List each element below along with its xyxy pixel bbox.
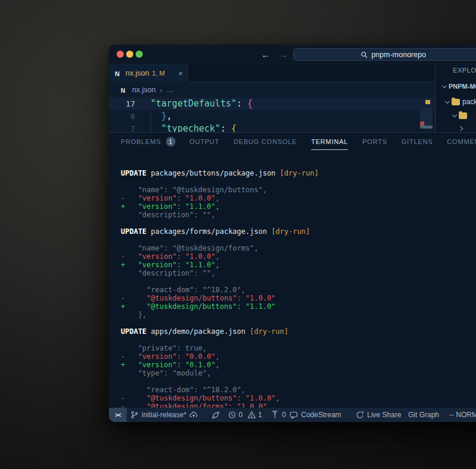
breadcrumb-file[interactable]: nx.json [132, 86, 156, 94]
explorer-item-row[interactable] [459, 127, 462, 130]
command-center-search[interactable]: pnpm-monorepo [293, 48, 476, 61]
error-count: 0 [239, 411, 243, 419]
bottom-panel: PROBLEMS1OUTPUTDEBUG CONSOLETERMINALPORT… [109, 132, 476, 408]
breadcrumb: N nx.json › … [109, 82, 435, 98]
tab-modified-badge: 1, M [152, 70, 165, 77]
terminal-line [121, 236, 476, 244]
folder-label: packages [462, 98, 476, 106]
panel-tab-label: TERMINAL [311, 133, 348, 150]
editor-tab-strip: N nx.json 1, M × [109, 64, 435, 82]
codestream-item[interactable]: CodeStream [289, 408, 341, 422]
folder-icon [459, 112, 467, 119]
search-icon [361, 51, 368, 58]
code-lines[interactable]: 17"targetDefaults": {8 },7 "typecheck": … [109, 98, 435, 132]
horizontal-scrollbar[interactable] [420, 126, 433, 129]
nx-file-icon: N [120, 86, 128, 94]
nx-file-icon: N [114, 69, 123, 77]
navigate-forward-button[interactable]: → [279, 45, 288, 64]
statusbar: >< initial-release* 0 1 0 CodeStre [109, 408, 476, 422]
svg-text:N: N [121, 87, 125, 93]
line-number: 7 [109, 123, 143, 132]
error-icon [228, 411, 236, 419]
remote-icon: >< [115, 412, 121, 418]
git-compare-icon [211, 411, 220, 420]
minimap[interactable] [420, 98, 433, 132]
git-graph-item[interactable]: Git Graph [408, 408, 439, 422]
panel-tab-terminal[interactable]: TERMINAL [311, 133, 348, 150]
broadcast-count: 0 [282, 411, 286, 419]
code-text: "targetDefaults": { [143, 98, 253, 110]
panel-tab-ports[interactable]: PORTS [362, 133, 387, 150]
navigate-back-button[interactable]: ← [261, 45, 270, 64]
terminal-line [121, 377, 476, 386]
explorer-folder-row[interactable]: packages [446, 98, 476, 106]
indent-guide [151, 110, 151, 132]
minimize-window-button[interactable] [126, 51, 133, 58]
chevron-right-icon [458, 126, 463, 131]
tab-label: nx.json [126, 69, 149, 77]
terminal-line: - "version": "0.0.0", [121, 352, 476, 361]
terminal-line: "react-dom": "^18.2.0", [121, 386, 476, 394]
terminal-line: "type": "module", [121, 369, 476, 377]
code-line[interactable]: 17"targetDefaults": { [109, 98, 435, 110]
broadcast-tower-icon [271, 411, 279, 419]
panel-tab-label: OUTPUT [190, 133, 220, 150]
code-line[interactable]: 7 "typecheck": { [109, 123, 435, 132]
panel-tab-debug-console[interactable]: DEBUG CONSOLE [234, 133, 297, 150]
remote-indicator[interactable]: >< [109, 408, 127, 422]
panel-tab-gitlens[interactable]: GITLENS [402, 133, 433, 150]
terminal-line: "react-dom": "^18.2.0", [121, 286, 476, 294]
code-text: "typecheck": { [143, 123, 237, 132]
vim-mode-label: -- NORMAL -- [449, 411, 476, 419]
panel-tab-output[interactable]: OUTPUT [190, 133, 220, 150]
live-share-icon [356, 411, 364, 419]
warning-icon [248, 411, 256, 419]
terminal-line: + "@tuskdesign/buttons": "1.1.0" [121, 302, 476, 311]
terminal-line: "name": "@tuskdesign/forms", [121, 244, 476, 252]
panel-tab-comments[interactable]: COMMENTS [447, 133, 476, 150]
terminal-line: "description": "", [121, 211, 476, 219]
explorer-folder-row[interactable] [453, 112, 469, 119]
git-branch-icon [130, 411, 139, 419]
terminal-line: - "@tuskdesign/buttons": "1.0.0" [121, 294, 476, 302]
panel-tab-label: PORTS [362, 133, 387, 150]
tab-close-icon[interactable]: × [178, 70, 183, 77]
terminal-output[interactable]: UPDATE packages/buttons/package.json [dr… [109, 151, 476, 408]
problems-summary-item[interactable]: 0 1 [228, 408, 262, 422]
codestream-icon [289, 411, 298, 419]
breadcrumb-more[interactable]: … [167, 86, 174, 94]
terminal-line: }, [121, 311, 476, 319]
terminal-line: - "@tuskdesign/forms": "1.0.0" [121, 402, 476, 408]
terminal-line [121, 177, 476, 186]
svg-text:N: N [115, 70, 120, 77]
folder-icon [452, 99, 460, 105]
branch-name: initial-release* [142, 411, 186, 419]
warning-count: 1 [258, 411, 262, 419]
tab-nx-json[interactable]: N nx.json 1, M × [109, 64, 188, 82]
maximize-window-button[interactable] [136, 51, 143, 58]
close-window-button[interactable] [117, 51, 124, 58]
panel-tab-problems[interactable]: PROBLEMS1 [121, 133, 176, 150]
terminal-line: UPDATE apps/demo/package.json [dry-run] [121, 327, 476, 336]
broadcast-item[interactable]: 0 [271, 408, 286, 422]
explorer-sidebar: EXPLORER PNPM-MONOREPO packages [435, 64, 476, 132]
line-number: 17 [109, 98, 143, 110]
terminal-line: + "version": "1.1.0", [121, 202, 476, 211]
terminal-line [121, 336, 476, 344]
terminal-line: + "version": "1.1.0", [121, 261, 476, 269]
live-share-label: Live Share [367, 411, 401, 419]
explorer-root-row[interactable]: PNPM-MONOREPO [443, 83, 476, 90]
vscode-window: ← → pnpm-monorepo N nx.json 1, M × [109, 45, 476, 422]
terminal-line: "description": "", [121, 269, 476, 277]
live-share-item[interactable]: Live Share [356, 408, 401, 422]
code-line[interactable]: 8 }, [109, 110, 435, 123]
cloud-upload-icon [189, 411, 198, 419]
code-text: }, [143, 110, 172, 123]
terminal-line: - "version": "1.0.0", [121, 252, 476, 261]
terminal-line: "name": "@tuskdesign/buttons", [121, 186, 476, 194]
git-compare-item[interactable] [211, 408, 220, 422]
terminal-line [121, 219, 476, 227]
git-branch-item[interactable]: initial-release* [130, 408, 198, 422]
vim-mode-item: -- NORMAL -- [449, 408, 476, 422]
editor-area[interactable]: N nx.json › … 17"targetDefaults": {8 },7… [109, 82, 435, 132]
